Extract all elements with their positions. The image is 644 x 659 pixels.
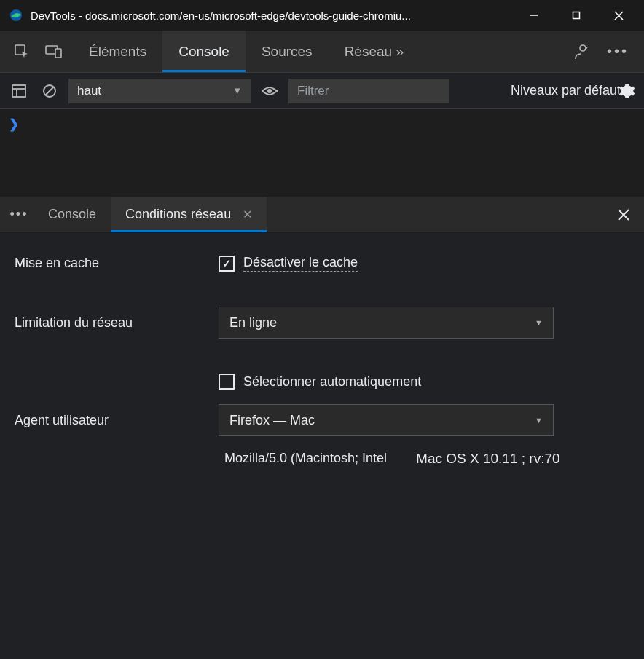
window-title: DevTools - docs.microsoft.com/en-us/micr… — [31, 9, 513, 22]
network-conditions-panel: Mise en cache Désactiver le cache Limita… — [0, 233, 644, 503]
inspect-element-icon[interactable] — [6, 36, 38, 68]
drawer-more-icon[interactable]: ••• — [4, 200, 34, 229]
settings-gear-icon[interactable] — [618, 82, 637, 100]
throttling-select[interactable]: En ligne ▼ — [219, 307, 554, 339]
clear-console-icon[interactable] — [38, 79, 61, 103]
tab-console[interactable]: Console — [162, 31, 246, 72]
svg-rect-7 — [55, 49, 61, 58]
live-expression-icon[interactable] — [258, 79, 281, 103]
disable-cache-label: Désactiver le cache — [243, 255, 358, 272]
maximize-button[interactable] — [555, 0, 597, 31]
context-value: haut — [77, 84, 101, 98]
console-output[interactable]: ❯ — [0, 109, 644, 197]
app-icon — [9, 8, 23, 23]
execution-context-select[interactable]: haut ▼ — [68, 79, 251, 103]
user-agent-string: Mozilla/5.0 (Macintosh; Intel Mac OS X 1… — [219, 451, 629, 467]
minimize-button[interactable] — [513, 0, 555, 31]
window-titlebar: DevTools - docs.microsoft.com/en-us/micr… — [0, 0, 644, 31]
close-window-button[interactable] — [597, 0, 640, 31]
auto-select-ua-checkbox[interactable]: Sélectionner automatiquement — [219, 374, 629, 390]
svg-point-14 — [267, 89, 272, 93]
more-tools-icon[interactable]: ••• — [602, 36, 634, 68]
svg-line-13 — [45, 87, 54, 95]
svg-rect-9 — [12, 85, 25, 97]
tab-sources[interactable]: Sources — [246, 31, 329, 72]
drawer-tab-strip: ••• Console Conditions réseau ✕ — [0, 197, 644, 233]
drawer-tab-console[interactable]: Console — [34, 197, 111, 232]
svg-rect-2 — [573, 12, 580, 19]
user-agent-select[interactable]: Firefox — Mac ▼ — [219, 404, 554, 436]
chevron-down-icon: ▼ — [232, 85, 242, 96]
chevron-down-icon: ▼ — [535, 318, 543, 327]
user-agent-label: Agent utilisateur — [15, 413, 219, 428]
sidebar-toggle-icon[interactable] — [7, 79, 31, 103]
drawer: ••• Console Conditions réseau ✕ Mise en … — [0, 197, 644, 503]
device-toolbar-icon[interactable] — [38, 36, 70, 68]
auto-select-label: Sélectionner automatiquement — [243, 374, 421, 390]
disable-cache-checkbox[interactable]: Désactiver le cache — [219, 255, 629, 272]
checkbox-icon — [219, 374, 235, 390]
caching-label: Mise en cache — [15, 256, 219, 271]
tab-elements[interactable]: Éléments — [73, 31, 162, 72]
filter-input[interactable] — [288, 79, 449, 103]
send-feedback-icon[interactable] — [564, 36, 596, 68]
log-levels-dropdown[interactable]: Niveaux par défaut — [511, 83, 621, 98]
main-tab-strip: Éléments Console Sources Réseau » — [73, 31, 420, 72]
chevron-down-icon: ▼ — [535, 416, 543, 425]
main-toolbar: Éléments Console Sources Réseau » ••• — [0, 31, 644, 73]
close-tab-icon[interactable]: ✕ — [243, 208, 252, 221]
console-prompt: ❯ — [9, 117, 19, 131]
drawer-tab-network-conditions[interactable]: Conditions réseau ✕ — [111, 197, 267, 232]
close-drawer-button[interactable] — [608, 199, 640, 231]
throttling-label: Limitation du réseau — [15, 315, 219, 331]
tab-network[interactable]: Réseau » — [329, 31, 420, 72]
checkbox-icon — [219, 256, 235, 272]
console-filter-bar: haut ▼ Niveaux par défaut — [0, 73, 644, 109]
